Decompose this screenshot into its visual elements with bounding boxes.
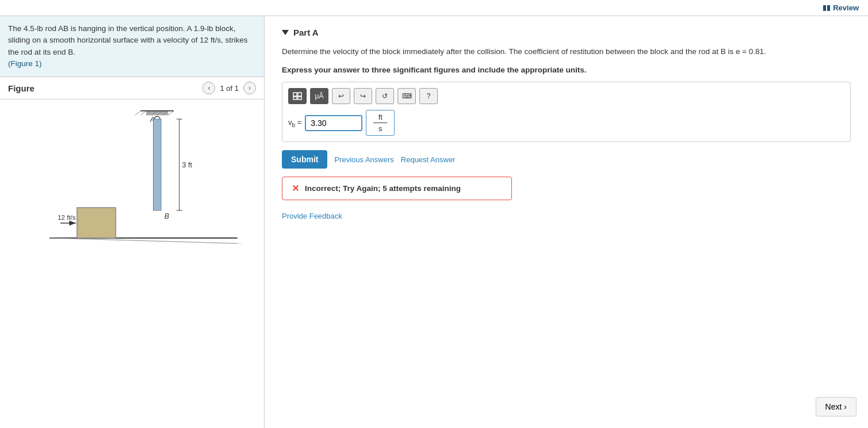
part-header: Part A xyxy=(282,28,851,37)
equals-sign: = xyxy=(297,118,302,127)
problem-text: The 4.5-lb rod AB is hanging in the vert… xyxy=(0,16,264,77)
part-label: Part A xyxy=(293,28,319,37)
submit-button[interactable]: Submit xyxy=(282,150,327,169)
problem-statement: The 4.5-lb rod AB is hanging in the vert… xyxy=(8,24,247,56)
svg-rect-26 xyxy=(293,97,297,100)
redo-button[interactable]: ↪ xyxy=(354,88,372,104)
svg-line-1 xyxy=(49,238,237,244)
bottom-row: Provide Feedback xyxy=(282,212,851,220)
action-row: Submit Previous Answers Request Answer xyxy=(282,150,851,169)
figure-diagram: A 3 ft B xyxy=(23,105,242,249)
unit-fraction[interactable]: ft s xyxy=(366,110,395,136)
matrix-icon xyxy=(293,92,302,100)
answer-input[interactable] xyxy=(305,115,362,131)
reset-icon: ↺ xyxy=(382,92,388,100)
figure-next-button[interactable]: › xyxy=(243,82,256,94)
figure-prev-button[interactable]: ‹ xyxy=(202,82,215,94)
svg-line-6 xyxy=(140,111,146,116)
svg-rect-20 xyxy=(77,208,115,238)
var-subscript: b xyxy=(292,121,296,128)
svg-rect-3 xyxy=(146,111,168,116)
figure-page: 1 of 1 xyxy=(220,84,239,93)
undo-icon: ↩ xyxy=(338,92,344,100)
mu-label: μÃ xyxy=(315,92,324,100)
help-label: ? xyxy=(427,92,431,100)
left-panel: The 4.5-lb rod AB is hanging in the vert… xyxy=(0,16,265,428)
unit-numerator: ft xyxy=(373,113,387,123)
review-icon xyxy=(823,5,830,11)
help-button[interactable]: ? xyxy=(419,88,438,104)
next-button[interactable]: Next › xyxy=(816,397,856,416)
question-text: Determine the velocity of the block imme… xyxy=(282,45,851,58)
matrix-icon-button[interactable] xyxy=(288,88,307,104)
request-answer-button[interactable]: Request Answer xyxy=(401,155,456,164)
svg-line-5 xyxy=(135,111,140,116)
error-box: ✕ Incorrect; Try Again; 5 attempts remai… xyxy=(282,177,512,200)
unit-denominator: s xyxy=(378,124,383,133)
undo-button[interactable]: ↩ xyxy=(332,88,350,104)
collapse-icon[interactable] xyxy=(282,30,289,35)
svg-rect-25 xyxy=(298,93,301,96)
mu-button[interactable]: μÃ xyxy=(310,88,328,104)
error-icon: ✕ xyxy=(292,183,299,194)
keyboard-icon: ⌨ xyxy=(402,92,412,100)
next-chevron-icon: › xyxy=(844,402,847,411)
svg-rect-27 xyxy=(298,97,301,100)
question-note-text: Express your answer to three significant… xyxy=(282,66,587,74)
right-panel: Part A Determine the velocity of the blo… xyxy=(265,16,868,428)
figure-link[interactable]: (Figure 1) xyxy=(8,59,42,68)
next-label: Next xyxy=(825,402,842,411)
input-row: vb = ft s xyxy=(288,110,844,136)
provide-feedback-button[interactable]: Provide Feedback xyxy=(282,212,342,220)
svg-rect-14 xyxy=(153,119,160,211)
figure-canvas: A 3 ft B xyxy=(0,100,264,428)
question-body: Determine the velocity of the block imme… xyxy=(282,47,766,56)
redo-icon: ↪ xyxy=(360,92,366,100)
svg-text:12 ft/s: 12 ft/s xyxy=(58,214,76,221)
svg-line-11 xyxy=(168,111,174,116)
top-bar: Review xyxy=(0,0,868,16)
figure-nav-controls: ‹ 1 of 1 › xyxy=(202,82,256,94)
keyboard-button[interactable]: ⌨ xyxy=(397,88,416,104)
figure-header: Figure ‹ 1 of 1 › xyxy=(0,77,264,100)
review-label: Review xyxy=(833,3,859,12)
figure-section: Figure ‹ 1 of 1 › xyxy=(0,77,264,428)
error-message: Incorrect; Try Again; 5 attempts remaini… xyxy=(305,184,461,193)
answer-box: μÃ ↩ ↪ ↺ ⌨ ? xyxy=(282,82,851,142)
math-toolbar: μÃ ↩ ↪ ↺ ⌨ ? xyxy=(288,88,844,104)
reset-button[interactable]: ↺ xyxy=(376,88,394,104)
main-layout: The 4.5-lb rod AB is hanging in the vert… xyxy=(0,16,868,428)
previous-answers-button[interactable]: Previous Answers xyxy=(334,155,393,164)
review-button[interactable]: Review xyxy=(823,3,859,12)
svg-text:3 ft: 3 ft xyxy=(182,161,192,169)
figure-title: Figure xyxy=(8,83,35,93)
var-label: vb = xyxy=(288,118,301,128)
svg-text:B: B xyxy=(164,212,169,220)
question-note: Express your answer to three significant… xyxy=(282,64,851,77)
svg-line-2 xyxy=(60,238,242,244)
svg-rect-24 xyxy=(293,93,297,96)
